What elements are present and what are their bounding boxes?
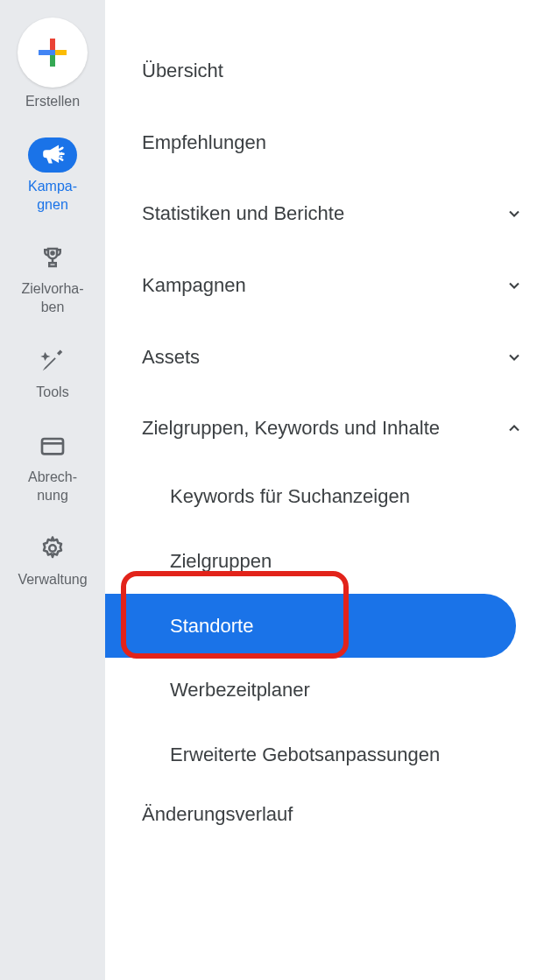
sidebar-item-goals[interactable]: Zielvorha- ben [0, 240, 105, 317]
submenu-panel: Übersicht Empfehlungen Statistiken und B… [105, 0, 551, 980]
svg-rect-0 [50, 39, 55, 51]
menu-item-recommendations[interactable]: Empfehlungen [142, 107, 551, 179]
chevron-up-icon [504, 418, 525, 439]
svg-point-12 [49, 546, 56, 553]
submenu-item-label: Keywords für Suchanzeigen [170, 485, 410, 507]
menu-item-label: Änderungsverlauf [142, 801, 525, 828]
chevron-down-icon [504, 203, 525, 224]
svg-rect-4 [50, 50, 55, 55]
menu-item-label: Kampagnen [142, 272, 504, 299]
svg-line-7 [60, 159, 62, 160]
chevron-down-icon [504, 347, 525, 368]
sidebar-item-label: Zielvorha- ben [18, 280, 87, 317]
menu-item-stats[interactable]: Statistiken und Berichte [142, 178, 551, 250]
submenu-item-label: Werbezeitplaner [170, 679, 310, 701]
submenu-item-label: Erweiterte Gebotsanpassungen [170, 744, 440, 765]
svg-rect-3 [54, 50, 67, 55]
menu-item-label: Statistiken und Berichte [142, 201, 504, 227]
menu-item-label: Empfehlungen [142, 130, 525, 156]
submenu-item-label: Zielgruppen [170, 550, 272, 572]
megaphone-icon [28, 137, 77, 173]
menu-item-label: Übersicht [142, 58, 525, 84]
svg-rect-10 [42, 439, 63, 454]
trophy-icon [28, 240, 77, 275]
sidebar-item-tools[interactable]: Tools [0, 343, 105, 402]
sidebar-item-campaigns[interactable]: Kampa- gnen [0, 137, 105, 215]
submenu-item-locations[interactable]: Standorte [105, 594, 516, 659]
sidebar-item-label: Verwaltung [14, 571, 90, 589]
sidebar-item-label: Erstellen [22, 93, 83, 111]
sidebar-item-label: Abrech- nung [25, 469, 81, 505]
sidebar-item-admin[interactable]: Verwaltung [0, 531, 105, 589]
plus-multicolor-icon [18, 18, 88, 88]
menu-item-audiences[interactable]: Zielgruppen, Keywords und Inhalte [142, 392, 551, 464]
sidebar-item-label: Tools [32, 384, 72, 402]
sidebar-nav: Erstellen Kampa- gnen Zielvorha- ben [0, 0, 105, 980]
submenu-item-label: Standorte [170, 615, 253, 637]
menu-item-campaigns[interactable]: Kampagnen [142, 250, 551, 321]
menu-item-overview[interactable]: Übersicht [142, 35, 551, 107]
menu-item-assets[interactable]: Assets [142, 321, 551, 393]
svg-rect-2 [39, 50, 51, 55]
chevron-down-icon [504, 275, 525, 296]
menu-item-label: Zielgruppen, Keywords und Inhalte [142, 415, 504, 441]
gear-icon [28, 531, 77, 566]
submenu-item-scheduler[interactable]: Werbezeitplaner [142, 658, 551, 723]
menu-item-label: Assets [142, 344, 504, 370]
sidebar-item-billing[interactable]: Abrech- nung [0, 428, 105, 505]
menu-item-history[interactable]: Änderungsverlauf [142, 787, 551, 850]
svg-rect-1 [50, 54, 55, 67]
tools-icon [28, 343, 77, 378]
svg-point-9 [52, 252, 54, 255]
sidebar-item-label: Kampa- gnen [25, 178, 81, 215]
submenu-item-audiences[interactable]: Zielgruppen [142, 529, 551, 594]
card-icon [28, 428, 77, 463]
sidebar-item-create[interactable]: Erstellen [0, 18, 105, 111]
svg-line-5 [60, 148, 62, 150]
submenu-item-bids[interactable]: Erweiterte Gebotsanpassungen [142, 723, 551, 787]
submenu-item-keywords[interactable]: Keywords für Suchanzeigen [142, 464, 551, 529]
